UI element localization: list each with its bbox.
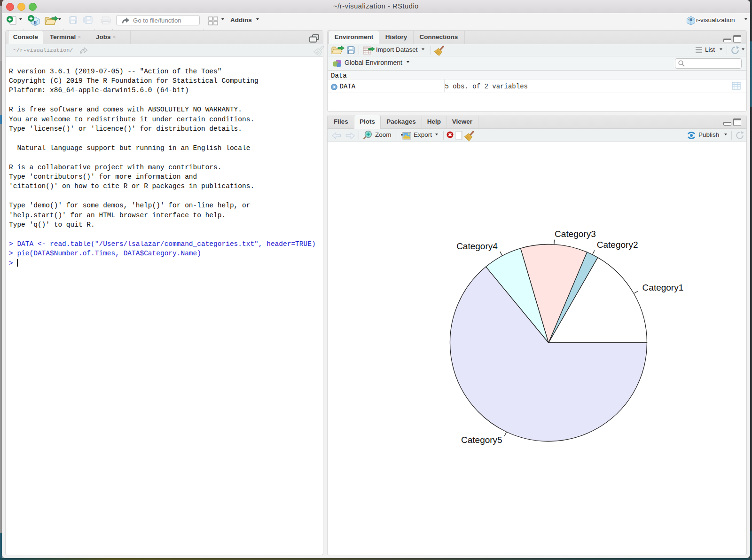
svg-text:Category2: Category2: [597, 240, 638, 250]
svg-text:R: R: [689, 17, 693, 22]
svg-text:Category1: Category1: [642, 283, 684, 292]
svg-text:Category3: Category3: [555, 229, 596, 239]
svg-text:Category5: Category5: [461, 435, 502, 445]
svg-text:R: R: [34, 20, 38, 25]
svg-text:Category4: Category4: [456, 241, 498, 251]
